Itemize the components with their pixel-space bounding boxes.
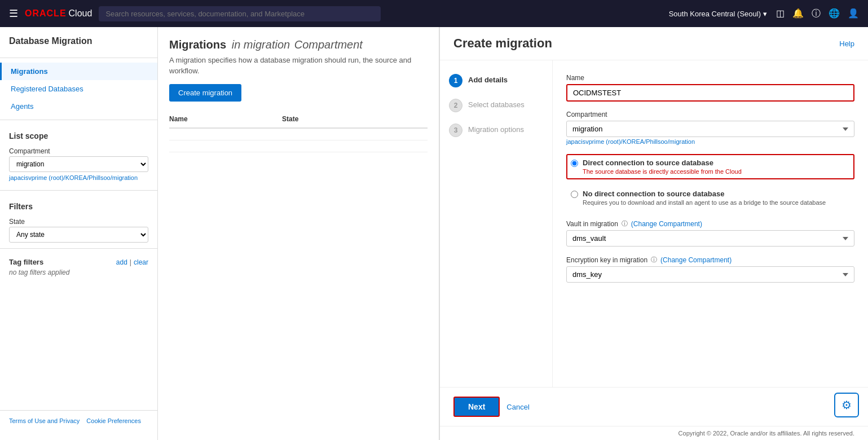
list-scope-title: List scope — [0, 125, 157, 145]
page-title-compartment: Compartment — [294, 38, 363, 51]
encryption-info-icon: ⓘ — [651, 256, 657, 264]
vault-change-link[interactable]: (Change Compartment) — [631, 220, 702, 228]
sidebar-divider-1 — [0, 58, 157, 58]
content-area: Migrations in migration Compartment A mi… — [158, 27, 439, 440]
sidebar-divider-4 — [0, 248, 157, 249]
sidebar-divider-3 — [0, 190, 157, 191]
vault-label-row: Vault in migration ⓘ (Change Compartment… — [566, 219, 854, 228]
encryption-field-group: Encryption key in migration ⓘ (Change Co… — [566, 256, 854, 283]
main-layout: Database Migration Migrations Registered… — [0, 27, 868, 440]
search-input[interactable] — [99, 6, 381, 21]
hamburger-icon[interactable]: ☰ — [9, 7, 18, 20]
no-direct-connection-option[interactable]: No direct connection to source database … — [566, 185, 854, 210]
create-migration-button[interactable]: Create migration — [169, 84, 241, 102]
page-desc-2: workflow. — [169, 67, 428, 75]
sidebar-divider-2 — [0, 120, 157, 120]
compartment-label: Compartment — [0, 145, 157, 156]
step-2[interactable]: 2 Select databases — [449, 99, 543, 112]
region-chevron: ▾ — [763, 10, 767, 18]
compartment-select[interactable]: migration — [9, 156, 148, 172]
vault-field-group: Vault in migration ⓘ (Change Compartment… — [566, 219, 854, 247]
help-icon[interactable]: ⓘ — [812, 8, 821, 20]
region-selector[interactable]: South Korea Central (Seoul) ▾ — [669, 10, 767, 18]
support-icon[interactable]: ⚙ — [834, 393, 859, 417]
connection-type-group: Direct connection to source database The… — [566, 154, 854, 210]
navbar-right: South Korea Central (Seoul) ▾ ◫ 🔔 ⓘ 🌐 👤 — [669, 8, 859, 20]
no-direct-connection-desc: Requires you to download and install an … — [583, 199, 826, 206]
no-tags-text: no tag filters applied — [0, 267, 157, 278]
tag-links: add | clear — [116, 258, 148, 266]
bell-icon[interactable]: 🔔 — [792, 8, 804, 20]
compartment-form-path: japacisvprime (root)/KOREA/Phillsoo/migr… — [566, 138, 854, 145]
name-field-group: Name — [566, 74, 854, 102]
tag-filters-row: Tag filters add | clear — [0, 253, 157, 267]
step-1: 1 Add details — [449, 74, 543, 87]
cloud-text: Cloud — [69, 8, 92, 19]
steps-sidebar: 1 Add details 2 Select databases 3 Migra… — [440, 60, 553, 387]
page-desc-1: A migration specifies how a database mig… — [169, 56, 428, 64]
direct-connection-radio[interactable] — [571, 160, 578, 167]
oracle-logo: ORACLE Cloud — [25, 8, 92, 19]
page-title-in: in migration — [232, 38, 290, 51]
sidebar: Database Migration Migrations Registered… — [0, 27, 158, 440]
direct-connection-option[interactable]: Direct connection to source database The… — [566, 154, 854, 179]
encryption-change-link[interactable]: (Change Compartment) — [660, 256, 732, 264]
page-heading: Migrations in migration Compartment — [169, 38, 428, 51]
tag-add-link[interactable]: add — [116, 258, 127, 266]
compartment-path: japacisvprime (root)/KOREA/Phillsoo/migr… — [0, 173, 157, 186]
vault-info-icon: ⓘ — [622, 219, 628, 228]
step-3[interactable]: 3 Migration options — [449, 124, 543, 137]
no-direct-connection-radio[interactable] — [571, 191, 578, 198]
step-2-circle: 2 — [449, 99, 462, 112]
compartment-form-label: Compartment — [566, 111, 854, 118]
footer-links: Terms of Use and Privacy Cookie Preferen… — [0, 410, 157, 431]
cancel-link[interactable]: Cancel — [506, 403, 529, 411]
direct-connection-label: Direct connection to source database — [583, 159, 742, 167]
encryption-label-row: Encryption key in migration ⓘ (Change Co… — [566, 256, 854, 264]
step-3-label: Migration options — [468, 124, 524, 134]
page-title-migrations: Migrations — [169, 38, 226, 51]
panel-body: 1 Add details 2 Select databases 3 Migra… — [440, 60, 868, 387]
next-button[interactable]: Next — [453, 397, 500, 417]
step-3-circle: 3 — [449, 124, 462, 137]
navbar: ☰ ORACLE Cloud South Korea Central (Seou… — [0, 0, 868, 27]
panel-footer: Next Cancel — [440, 387, 868, 426]
step-1-circle: 1 — [449, 74, 462, 87]
state-select[interactable]: Any state — [9, 227, 148, 243]
no-direct-connection-label: No direct connection to source database — [583, 190, 826, 198]
encryption-select[interactable]: dms_key — [566, 266, 854, 283]
oracle-text: ORACLE — [25, 8, 67, 19]
name-label: Name — [566, 74, 854, 82]
filters-title: Filters — [0, 195, 157, 215]
form-area: Name Compartment migration japacisvprime… — [553, 60, 868, 387]
vault-select[interactable]: dms_vault — [566, 230, 854, 247]
screen-icon[interactable]: ◫ — [776, 8, 785, 20]
footer-terms-link[interactable]: Terms of Use and Privacy — [9, 417, 80, 424]
table-col-state: State — [282, 115, 395, 123]
sidebar-app-title: Database Migration — [0, 36, 157, 53]
encryption-label: Encryption key in migration — [566, 256, 647, 264]
tag-clear-link[interactable]: clear — [134, 258, 148, 266]
table-body — [169, 129, 428, 152]
copyright-text: Copyright © 2022, Oracle and/or its affi… — [440, 426, 868, 440]
name-input[interactable] — [566, 84, 854, 102]
vault-label: Vault in migration — [566, 220, 618, 228]
table-header: Name State — [169, 111, 428, 129]
sidebar-item-registered-databases[interactable]: Registered Databases — [0, 80, 157, 98]
sidebar-item-migrations[interactable]: Migrations — [0, 63, 157, 80]
region-label: South Korea Central (Seoul) — [669, 10, 761, 18]
step-1-label: Add details — [468, 74, 508, 84]
compartment-form-select[interactable]: migration — [566, 121, 854, 137]
footer-cookies-link[interactable]: Cookie Preferences — [86, 417, 141, 424]
sidebar-item-agents[interactable]: Agents — [0, 98, 157, 115]
create-migration-panel: Create migration Help 1 Add details 2 Se… — [439, 27, 868, 440]
table-row — [169, 140, 428, 152]
step-2-label: Select databases — [468, 99, 525, 109]
panel-help-link[interactable]: Help — [839, 39, 854, 48]
tag-filters-label: Tag filters — [9, 258, 43, 266]
user-icon[interactable]: 👤 — [848, 8, 859, 20]
tag-pipe: | — [130, 258, 131, 266]
table-row — [169, 129, 428, 140]
globe-icon[interactable]: 🌐 — [829, 8, 840, 20]
state-label: State — [0, 215, 157, 227]
